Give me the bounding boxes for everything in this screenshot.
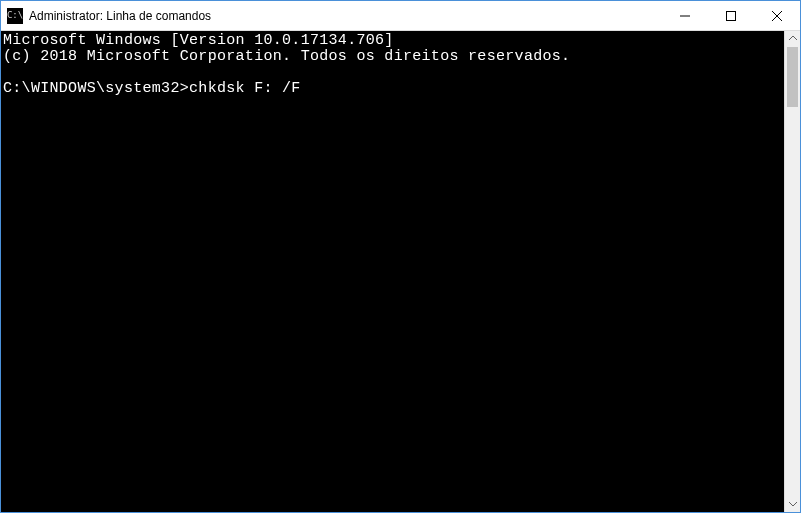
svg-rect-1 [727,11,736,20]
close-icon [772,11,782,21]
cmd-icon: C:\ [7,8,23,24]
scroll-thumb[interactable] [787,47,798,107]
copyright-line: (c) 2018 Microsoft Corporation. Todos os… [3,48,570,65]
cmd-icon-glyph: C:\ [7,11,23,20]
scroll-up-button[interactable] [785,31,800,47]
terminal-output[interactable]: Microsoft Windows [Version 10.0.17134.70… [1,31,784,512]
content-area: Microsoft Windows [Version 10.0.17134.70… [1,31,800,512]
command-text: chkdsk F: /F [189,80,301,97]
titlebar[interactable]: C:\ Administrator: Linha de comandos [1,1,800,31]
scroll-track[interactable] [785,47,800,496]
command-prompt-window: C:\ Administrator: Linha de comandos [0,0,801,513]
version-line: Microsoft Windows [Version 10.0.17134.70… [3,32,394,49]
window-controls [662,1,800,30]
close-button[interactable] [754,1,800,30]
maximize-icon [726,11,736,21]
prompt-text: C:\WINDOWS\system32> [3,80,189,97]
minimize-button[interactable] [662,1,708,30]
chevron-up-icon [789,35,797,43]
minimize-icon [680,11,690,21]
chevron-down-icon [789,500,797,508]
maximize-button[interactable] [708,1,754,30]
scroll-down-button[interactable] [785,496,800,512]
window-title: Administrator: Linha de comandos [29,9,662,23]
vertical-scrollbar[interactable] [784,31,800,512]
